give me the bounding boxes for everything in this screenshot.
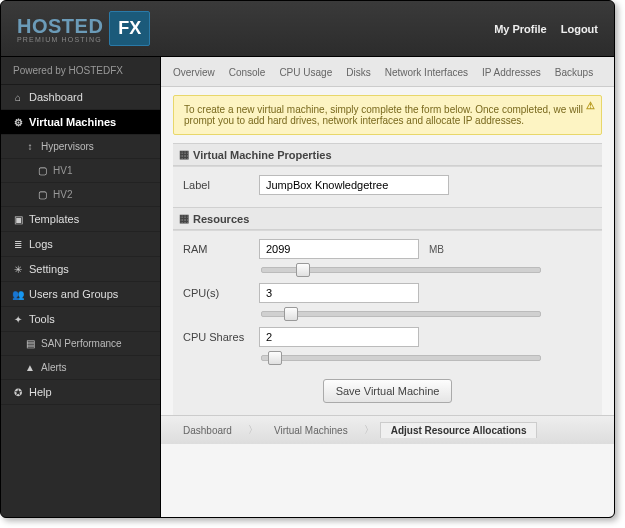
- ram-label: RAM: [183, 243, 251, 255]
- sidebar-item-label: Users and Groups: [29, 288, 118, 300]
- powered-by: Powered by HOSTEDFX: [1, 57, 160, 85]
- sidebar-item-label: Logs: [29, 238, 53, 250]
- label-label: Label: [183, 179, 251, 191]
- tabs: Overview Console CPU Usage Disks Network…: [161, 57, 614, 87]
- tab-overview[interactable]: Overview: [173, 67, 215, 78]
- sidebar-item-label: Help: [29, 386, 52, 398]
- logout-link[interactable]: Logout: [561, 23, 598, 35]
- ram-unit: MB: [429, 244, 444, 255]
- section-title: Resources: [193, 213, 249, 225]
- crumb-dashboard[interactable]: Dashboard: [173, 423, 242, 438]
- sidebar-item-hypervisors[interactable]: ↕Hypervisors: [1, 135, 160, 159]
- sidebar-item-hv2[interactable]: ▢HV2: [1, 183, 160, 207]
- cpu-shares-slider[interactable]: [261, 355, 541, 361]
- sidebar-item-virtual-machines[interactable]: ⚙Virtual Machines: [1, 110, 160, 135]
- section-title: Virtual Machine Properties: [193, 149, 332, 161]
- chevron-right-icon: 〉: [364, 423, 374, 437]
- logo: HOSTED PREMIUM HOSTING FX: [17, 11, 150, 46]
- sidebar-item-dashboard[interactable]: ⌂Dashboard: [1, 85, 160, 110]
- ram-input[interactable]: [259, 239, 419, 259]
- users-icon: 👥: [13, 289, 23, 299]
- settings-icon: ✳: [13, 264, 23, 274]
- save-button[interactable]: Save Virtual Machine: [323, 379, 453, 403]
- sidebar-item-label: Dashboard: [29, 91, 83, 103]
- tab-backups[interactable]: Backups: [555, 67, 593, 78]
- hypervisor-icon: ↕: [25, 142, 35, 152]
- sidebar-item-label: SAN Performance: [41, 338, 122, 349]
- gear-icon: ⚙: [13, 117, 23, 127]
- help-icon: ✪: [13, 387, 23, 397]
- sidebar-item-hv1[interactable]: ▢HV1: [1, 159, 160, 183]
- resources-icon: ▦: [179, 212, 189, 225]
- label-input[interactable]: [259, 175, 449, 195]
- alert-icon: ▲: [25, 363, 35, 373]
- logo-sub: PREMIUM HOSTING: [17, 36, 103, 43]
- ram-slider[interactable]: [261, 267, 541, 273]
- logo-main: HOSTED: [17, 15, 103, 38]
- properties-icon: ▦: [179, 148, 189, 161]
- sidebar-item-alerts[interactable]: ▲Alerts: [1, 356, 160, 380]
- sidebar-item-logs[interactable]: ≣Logs: [1, 232, 160, 257]
- monitor-icon: ▢: [37, 166, 47, 176]
- home-icon: ⌂: [13, 92, 23, 102]
- sidebar-item-label: Virtual Machines: [29, 116, 116, 128]
- logs-icon: ≣: [13, 239, 23, 249]
- monitor-icon: ▢: [37, 190, 47, 200]
- breadcrumb: Dashboard 〉 Virtual Machines 〉 Adjust Re…: [161, 415, 614, 444]
- sidebar-item-label: Alerts: [41, 362, 67, 373]
- sidebar-item-label: Templates: [29, 213, 79, 225]
- tab-ip-addresses[interactable]: IP Addresses: [482, 67, 541, 78]
- storage-icon: ▤: [25, 339, 35, 349]
- crumb-adjust-resource[interactable]: Adjust Resource Allocations: [380, 422, 538, 438]
- crumb-virtual-machines[interactable]: Virtual Machines: [264, 423, 358, 438]
- sidebar-item-label: HV1: [53, 165, 72, 176]
- section-resources: ▦ Resources: [173, 207, 602, 230]
- tab-disks[interactable]: Disks: [346, 67, 370, 78]
- slider-handle[interactable]: [296, 263, 310, 277]
- sidebar-item-san-performance[interactable]: ▤SAN Performance: [1, 332, 160, 356]
- sidebar-item-label: Hypervisors: [41, 141, 94, 152]
- slider-handle[interactable]: [268, 351, 282, 365]
- sidebar-item-label: HV2: [53, 189, 72, 200]
- tab-cpu-usage[interactable]: CPU Usage: [279, 67, 332, 78]
- sidebar-item-help[interactable]: ✪Help: [1, 380, 160, 405]
- sidebar-item-users-groups[interactable]: 👥Users and Groups: [1, 282, 160, 307]
- template-icon: ▣: [13, 214, 23, 224]
- tools-icon: ✦: [13, 314, 23, 324]
- sidebar-item-tools[interactable]: ✦Tools: [1, 307, 160, 332]
- sidebar-item-label: Settings: [29, 263, 69, 275]
- cpu-shares-input[interactable]: [259, 327, 419, 347]
- section-vm-properties: ▦ Virtual Machine Properties: [173, 143, 602, 166]
- slider-handle[interactable]: [284, 307, 298, 321]
- logo-badge: FX: [109, 11, 150, 46]
- notice-banner: ⚠ To create a new virtual machine, simpl…: [173, 95, 602, 135]
- tab-console[interactable]: Console: [229, 67, 266, 78]
- cpus-slider[interactable]: [261, 311, 541, 317]
- sidebar-item-settings[interactable]: ✳Settings: [1, 257, 160, 282]
- warning-icon: ⚠: [586, 100, 595, 111]
- chevron-right-icon: 〉: [248, 423, 258, 437]
- tab-network-interfaces[interactable]: Network Interfaces: [385, 67, 468, 78]
- sidebar-item-templates[interactable]: ▣Templates: [1, 207, 160, 232]
- cpu-shares-label: CPU Shares: [183, 331, 251, 343]
- cpus-label: CPU(s): [183, 287, 251, 299]
- cpus-input[interactable]: [259, 283, 419, 303]
- sidebar-item-label: Tools: [29, 313, 55, 325]
- my-profile-link[interactable]: My Profile: [494, 23, 547, 35]
- notice-text: To create a new virtual machine, simply …: [184, 104, 583, 126]
